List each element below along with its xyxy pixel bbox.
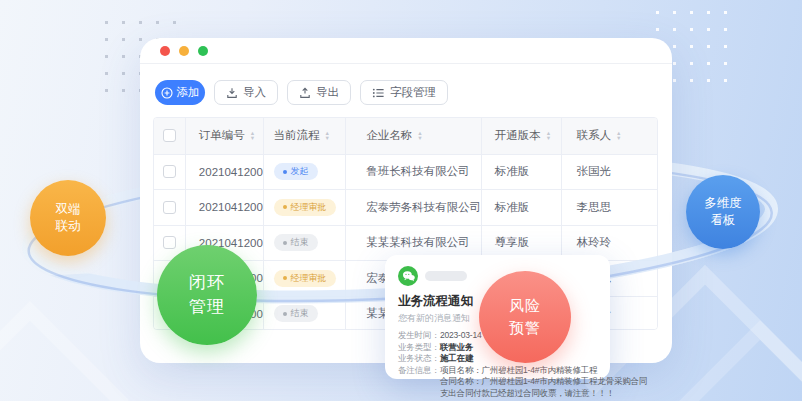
header-checkbox-cell xyxy=(154,118,186,154)
wechat-icon xyxy=(398,266,418,286)
window-titlebar xyxy=(140,38,672,64)
status-dot-icon xyxy=(283,170,287,174)
process-cell: 经理审批 xyxy=(264,261,347,296)
feature-badge-label: 双端 xyxy=(56,201,81,218)
field-management-button-label: 字段管理 xyxy=(390,85,436,100)
process-status-badge: 结束 xyxy=(274,305,318,322)
column-header: 开通版本▲▼ xyxy=(482,118,563,154)
feature-badge-label: 管理 xyxy=(189,295,225,319)
process-status-label: 发起 xyxy=(291,165,309,178)
feature-badge-label: 多维度 xyxy=(704,195,742,212)
notification-field-label xyxy=(398,376,440,388)
feature-badge-label: 预警 xyxy=(509,317,541,339)
process-status-badge: 经理审批 xyxy=(274,199,336,216)
feature-badge-risk-warning: 风险 预警 xyxy=(479,271,571,363)
status-dot-icon xyxy=(283,205,287,209)
column-header-label: 联系人 xyxy=(576,128,611,143)
feature-badge-label: 闭环 xyxy=(189,271,225,295)
import-button-label: 导入 xyxy=(243,85,266,100)
notification-field-value: 支出合同付款已经超过合同收票，请注意！！！ xyxy=(440,388,614,400)
sender-placeholder xyxy=(425,271,467,281)
order-number-cell: 20210412001 xyxy=(186,155,264,190)
table-row[interactable]: 20210412002经理审批宏泰劳务科技有限公司标准版李思思 xyxy=(154,189,657,225)
order-number-cell: 20210412002 xyxy=(186,190,264,225)
status-dot-icon xyxy=(283,241,287,245)
company-name-cell: 鲁班长科技有限公司 xyxy=(346,155,481,190)
export-icon xyxy=(299,87,311,99)
notification-field-value: 合同名称：广州碧桂园1-4#市内精装修工程龙骨采购合同 xyxy=(440,376,647,388)
status-dot-icon xyxy=(283,312,287,316)
table-row[interactable]: 20210412001发起鲁班长科技有限公司标准版张国光 xyxy=(154,154,657,190)
company-name-cell: 宏泰劳务科技有限公司 xyxy=(346,190,481,225)
notification-field-label: 发生时间： xyxy=(398,330,440,342)
sort-icon[interactable]: ▲▼ xyxy=(616,131,621,141)
row-checkbox-cell xyxy=(154,155,186,190)
row-checkbox-cell xyxy=(154,190,186,225)
add-button-label: 添加 xyxy=(177,85,200,100)
status-dot-icon xyxy=(283,276,287,280)
version-cell: 标准版 xyxy=(482,155,563,190)
feature-badge-multidim-board: 多维度 看板 xyxy=(686,175,760,249)
table-header-row: 订单编号▲▼当前流程▲▼企业名称▲▼开通版本▲▼联系人▲▼ xyxy=(154,118,657,154)
landing-hero-graphic: 添加 导入 导出 字段管理 xyxy=(0,0,802,401)
column-header-label: 开通版本 xyxy=(495,128,541,143)
notification-field-line: 合同名称：广州碧桂园1-4#市内精装修工程龙骨采购合同 xyxy=(398,376,598,388)
process-status-badge: 发起 xyxy=(274,163,318,180)
column-header-label: 当前流程 xyxy=(274,128,320,143)
row-checkbox[interactable] xyxy=(163,201,176,214)
contact-cell: 张国光 xyxy=(562,155,657,190)
close-dot-icon[interactable] xyxy=(160,46,170,56)
process-cell: 结束 xyxy=(264,297,347,331)
process-cell: 发起 xyxy=(264,155,347,190)
minimize-dot-icon[interactable] xyxy=(179,46,189,56)
process-cell: 经理审批 xyxy=(264,190,347,225)
process-status-badge: 结束 xyxy=(274,234,318,251)
import-icon xyxy=(226,87,238,99)
contact-cell: 李思思 xyxy=(562,190,657,225)
column-header: 企业名称▲▼ xyxy=(346,118,481,154)
sort-icon[interactable]: ▲▼ xyxy=(250,131,255,141)
process-status-label: 经理审批 xyxy=(291,201,327,214)
notification-field-label xyxy=(398,388,440,400)
process-status-label: 结束 xyxy=(291,307,309,320)
feature-badge-closed-loop: 闭环 管理 xyxy=(157,245,257,345)
column-header-label: 订单编号 xyxy=(199,128,245,143)
version-cell: 标准版 xyxy=(482,190,563,225)
notification-field-line: 备注信息：项目名称：广州碧桂园1-4#市内精装修工程 xyxy=(398,365,598,377)
toolbar: 添加 导入 导出 字段管理 xyxy=(155,80,448,105)
field-management-button[interactable]: 字段管理 xyxy=(360,80,448,105)
column-header-label: 企业名称 xyxy=(366,128,412,143)
chevron-decoration xyxy=(0,301,129,401)
export-button[interactable]: 导出 xyxy=(287,80,351,105)
process-cell: 结束 xyxy=(264,226,347,261)
process-status-label: 经理审批 xyxy=(291,272,327,285)
export-button-label: 导出 xyxy=(316,85,339,100)
plus-circle-icon xyxy=(161,87,173,99)
sort-icon[interactable]: ▲▼ xyxy=(546,131,551,141)
select-all-checkbox[interactable] xyxy=(163,129,176,142)
sort-icon[interactable]: ▲▼ xyxy=(417,131,422,141)
add-button[interactable]: 添加 xyxy=(155,80,205,105)
process-status-badge: 经理审批 xyxy=(274,270,336,287)
feature-badge-label: 风险 xyxy=(509,295,541,317)
feature-badge-label: 联动 xyxy=(56,218,81,235)
list-icon xyxy=(372,87,385,99)
maximize-dot-icon[interactable] xyxy=(198,46,208,56)
notification-field-value: 联营业务 xyxy=(440,342,473,354)
row-checkbox[interactable] xyxy=(163,236,176,249)
notification-field-label: 业务状态： xyxy=(398,353,440,365)
column-header: 订单编号▲▼ xyxy=(186,118,264,154)
feature-badge-label: 看板 xyxy=(711,212,736,229)
row-checkbox[interactable] xyxy=(163,165,176,178)
notification-field-label: 备注信息： xyxy=(398,365,440,377)
column-header: 当前流程▲▼ xyxy=(264,118,347,154)
notification-field-line: 支出合同付款已经超过合同收票，请注意！！！ xyxy=(398,388,598,400)
process-status-label: 结束 xyxy=(291,236,309,249)
notification-field-value: 施工在建 xyxy=(440,353,473,365)
column-header: 联系人▲▼ xyxy=(562,118,657,154)
import-button[interactable]: 导入 xyxy=(214,80,278,105)
sort-icon[interactable]: ▲▼ xyxy=(325,131,330,141)
notification-field-label: 业务类型： xyxy=(398,342,440,354)
notification-field-value: 项目名称：广州碧桂园1-4#市内精装修工程 xyxy=(440,365,597,377)
feature-badge-dual-end: 双端 联动 xyxy=(30,180,106,256)
